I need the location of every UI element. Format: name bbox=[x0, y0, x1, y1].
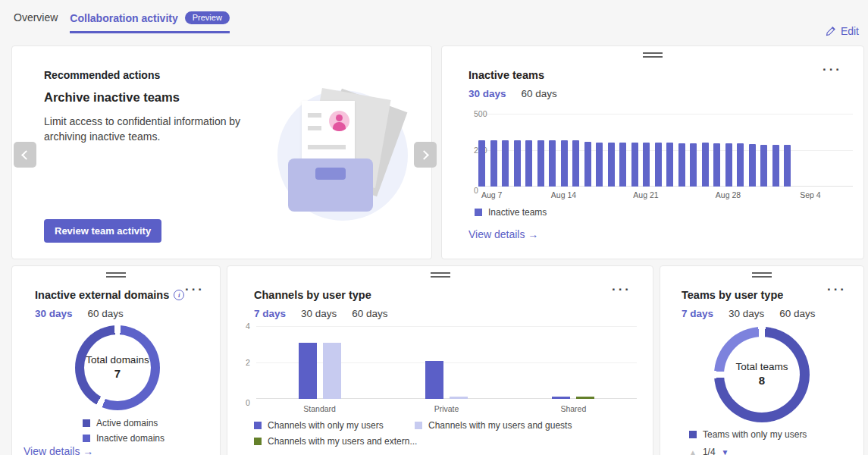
archive-box-icon bbox=[288, 158, 373, 212]
chart-legend: Channels with only my usersChannels with… bbox=[254, 420, 572, 447]
bar bbox=[643, 143, 650, 187]
bar bbox=[502, 140, 509, 187]
pager-down-icon[interactable]: ▼ bbox=[722, 448, 729, 455]
more-options-button[interactable]: ··· bbox=[827, 283, 847, 296]
legend-item: Channels with my users and extern... bbox=[254, 436, 415, 447]
carousel-previous-button[interactable] bbox=[14, 142, 36, 168]
period-7-days[interactable]: 7 days bbox=[254, 308, 286, 319]
bar bbox=[772, 145, 779, 187]
recommended-actions-card: Recommended actions Archive inactive tea… bbox=[11, 46, 432, 259]
bar bbox=[608, 143, 615, 187]
period-30-days[interactable]: 30 days bbox=[35, 308, 73, 319]
bars-container bbox=[478, 115, 853, 187]
archive-illustration bbox=[277, 90, 408, 221]
collaboration-activity-dashboard: Overview Collaboration activity Preview … bbox=[0, 0, 868, 455]
bar bbox=[749, 144, 756, 187]
preview-badge: Preview bbox=[185, 11, 230, 24]
more-options-button[interactable]: ··· bbox=[823, 63, 842, 76]
view-details-link[interactable]: View details → bbox=[468, 228, 538, 240]
bar bbox=[784, 145, 791, 187]
legend-item: Inactive teams bbox=[475, 207, 547, 218]
legend-label: Channels with only my users bbox=[268, 420, 384, 431]
tab-collaboration-activity[interactable]: Collaboration activity Preview bbox=[70, 9, 229, 33]
bar bbox=[760, 145, 767, 187]
channels-by-user-type-card: ··· Channels by user type 7 days 30 days… bbox=[227, 265, 653, 455]
category-label: Shared bbox=[560, 404, 586, 413]
x-axis-tick-label: Sep 4 bbox=[800, 190, 820, 199]
inactive-teams-card: ··· Inactive teams 30 days 60 days 02505… bbox=[441, 46, 864, 259]
category-label: Standard bbox=[303, 404, 336, 413]
period-7-days[interactable]: 7 days bbox=[682, 308, 713, 319]
more-options-button[interactable]: ··· bbox=[612, 283, 631, 296]
bar bbox=[450, 397, 468, 399]
legend-label: Inactive domains bbox=[96, 433, 165, 444]
bar bbox=[537, 140, 544, 187]
chart-legend: Active domainsInactive domains bbox=[83, 418, 165, 444]
y-axis-label: 2 bbox=[246, 358, 250, 367]
inactive-teams-bar-chart: 0250500Aug 7Aug 14Aug 21Aug 28Sep 4 bbox=[478, 115, 853, 187]
carousel-next-button[interactable] bbox=[414, 142, 437, 168]
more-options-button[interactable]: ··· bbox=[185, 283, 205, 296]
info-icon[interactable]: i bbox=[174, 290, 184, 300]
bar bbox=[490, 140, 497, 187]
legend-item: Active domains bbox=[83, 418, 165, 428]
drag-handle-icon[interactable] bbox=[643, 52, 663, 58]
teams-by-user-type-card: ··· Teams by user type 7 days 30 days 60… bbox=[660, 265, 864, 455]
bar bbox=[678, 143, 685, 187]
bar bbox=[702, 143, 709, 187]
drag-handle-icon[interactable] bbox=[106, 272, 126, 278]
top-bar: Overview Collaboration activity Preview … bbox=[0, 0, 868, 42]
y-axis-label: 4 bbox=[246, 322, 250, 331]
bar-groups: StandardPrivateShared bbox=[256, 327, 637, 399]
bar bbox=[425, 361, 443, 399]
bar bbox=[584, 142, 591, 187]
legend-swatch bbox=[83, 435, 90, 442]
legend-item: Teams with only my users bbox=[689, 429, 807, 440]
tab-label: Collaboration activity bbox=[70, 12, 177, 24]
period-30-days[interactable]: 30 days bbox=[301, 308, 337, 319]
bar bbox=[478, 140, 485, 187]
bar bbox=[690, 143, 697, 187]
teams-donut-chart: Total teams 8 bbox=[714, 327, 810, 422]
bar-group: Private bbox=[383, 327, 509, 399]
view-details-link[interactable]: View details → bbox=[24, 445, 93, 455]
period-60-days[interactable]: 60 days bbox=[88, 308, 124, 319]
bar bbox=[655, 143, 662, 187]
bar bbox=[737, 143, 744, 187]
bar bbox=[725, 143, 732, 187]
drag-handle-icon[interactable] bbox=[752, 272, 772, 278]
period-30-days[interactable]: 30 days bbox=[468, 88, 506, 99]
period-tabs: 7 days 30 days 60 days bbox=[254, 308, 388, 319]
bar bbox=[323, 343, 341, 399]
card-title: Channels by user type bbox=[254, 289, 371, 301]
drag-handle-icon[interactable] bbox=[431, 272, 450, 278]
legend-label: Channels with my users and guests bbox=[428, 420, 572, 431]
period-tabs: 30 days 60 days bbox=[35, 308, 124, 319]
review-team-activity-button[interactable]: Review team activity bbox=[44, 219, 161, 243]
legend-label: Teams with only my users bbox=[703, 429, 807, 440]
legend-swatch bbox=[475, 209, 482, 216]
legend-label: Active domains bbox=[96, 418, 158, 428]
bar bbox=[299, 343, 317, 399]
card-title-text: Inactive external domains bbox=[35, 289, 169, 301]
legend-item: Channels with only my users bbox=[254, 420, 415, 431]
tab-overview[interactable]: Overview bbox=[14, 9, 58, 30]
channels-grouped-bar-chart: 024StandardPrivateShared bbox=[256, 327, 637, 399]
edit-button[interactable]: Edit bbox=[826, 25, 859, 37]
domains-donut-chart: Total domains 7 bbox=[75, 325, 160, 410]
bar bbox=[552, 397, 570, 399]
chart-legend: Teams with only my users bbox=[689, 429, 807, 440]
page-tabs: Overview Collaboration activity Preview bbox=[14, 9, 230, 33]
recommendation-title: Archive inactive teams bbox=[44, 90, 180, 105]
legend-swatch bbox=[415, 422, 422, 429]
period-60-days[interactable]: 60 days bbox=[522, 88, 557, 99]
legend-label: Channels with my users and extern... bbox=[268, 436, 417, 447]
bar bbox=[549, 140, 556, 187]
bar bbox=[561, 140, 568, 187]
period-60-days[interactable]: 60 days bbox=[779, 308, 815, 319]
pager-up-icon[interactable]: ▲ bbox=[689, 448, 697, 455]
x-axis-tick-label: Aug 14 bbox=[551, 190, 576, 199]
period-30-days[interactable]: 30 days bbox=[729, 308, 764, 319]
period-60-days[interactable]: 60 days bbox=[352, 308, 387, 319]
bar-group: Standard bbox=[256, 327, 383, 399]
